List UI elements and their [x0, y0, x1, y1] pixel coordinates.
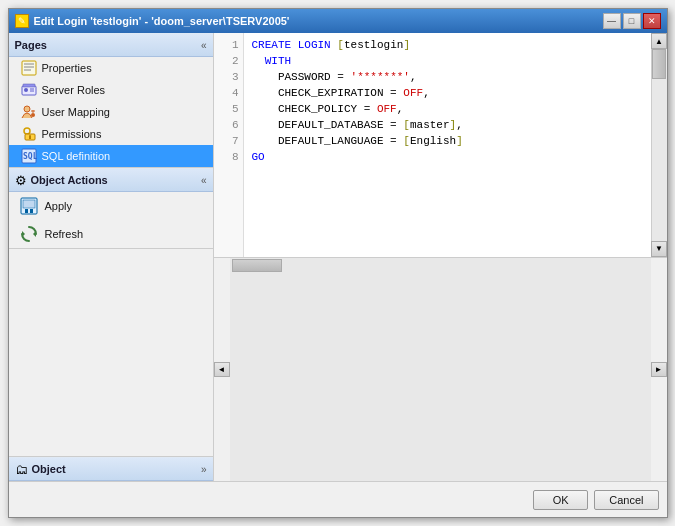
permissions-icon — [21, 126, 37, 142]
object-actions-header-left: ⚙ Object Actions — [15, 173, 108, 188]
svg-point-5 — [24, 88, 28, 92]
code-container: 1 2 3 4 5 6 7 8 CREATE LOGIN [testlogin]… — [214, 33, 667, 257]
line-numbers: 1 2 3 4 5 6 7 8 — [214, 33, 244, 257]
user-mapping-label: User Mapping — [42, 106, 110, 118]
object-section-title: Object — [32, 463, 66, 475]
scroll-track-h[interactable] — [230, 258, 651, 482]
scroll-thumb-v[interactable] — [652, 49, 666, 79]
scroll-down-button[interactable]: ▼ — [651, 241, 667, 257]
apply-label: Apply — [45, 200, 73, 212]
refresh-label: Refresh — [45, 228, 84, 240]
line-num-2: 2 — [214, 53, 243, 69]
scroll-left-button[interactable]: ◄ — [214, 362, 230, 377]
svg-rect-0 — [22, 61, 36, 75]
cancel-button[interactable]: Cancel — [594, 490, 658, 510]
properties-label: Properties — [42, 62, 92, 74]
scroll-track-v[interactable] — [652, 49, 667, 241]
line-num-4: 4 — [214, 85, 243, 101]
title-buttons: — □ ✕ — [603, 13, 661, 29]
main-content: Pages « Properties — [9, 33, 667, 481]
pages-section: Pages « Properties — [9, 33, 213, 168]
apply-icon — [19, 196, 39, 216]
object-actions-section: ⚙ Object Actions « Apply — [9, 168, 213, 249]
object-section-header-left: 🗂 Object — [15, 462, 66, 477]
svg-point-13 — [24, 128, 30, 134]
title-bar-left: ✎ Edit Login 'testlogin' - 'doom_server\… — [15, 14, 290, 28]
sidebar-item-permissions[interactable]: Permissions — [9, 123, 213, 145]
object-section: 🗂 Object » — [9, 456, 213, 481]
scroll-thumb-h[interactable] — [232, 259, 282, 272]
sidebar-item-server-roles[interactable]: Server Roles — [9, 79, 213, 101]
svg-rect-22 — [30, 209, 33, 213]
pages-section-title: Pages — [15, 39, 47, 51]
apply-action[interactable]: Apply — [9, 192, 213, 220]
code-editor[interactable]: CREATE LOGIN [testlogin] WITH PASSWORD =… — [244, 33, 651, 257]
line-num-8: 8 — [214, 149, 243, 165]
line-num-6: 6 — [214, 117, 243, 133]
horizontal-scrollbar[interactable]: ◄ ► — [214, 257, 667, 482]
close-button[interactable]: ✕ — [643, 13, 661, 29]
window-title: Edit Login 'testlogin' - 'doom_server\TS… — [34, 15, 290, 27]
editor-area: 1 2 3 4 5 6 7 8 CREATE LOGIN [testlogin]… — [214, 33, 667, 481]
pages-section-header[interactable]: Pages « — [9, 33, 213, 57]
sidebar: Pages « Properties — [9, 33, 214, 481]
object-icon: 🗂 — [15, 462, 28, 477]
code-text: CREATE LOGIN [testlogin] WITH PASSWORD =… — [252, 37, 643, 165]
permissions-label: Permissions — [42, 128, 102, 140]
svg-marker-24 — [22, 231, 25, 237]
svg-point-9 — [24, 106, 30, 112]
window-icon: ✎ — [15, 14, 29, 28]
minimize-button[interactable]: — — [603, 13, 621, 29]
sql-definition-label: SQL definition — [42, 150, 111, 162]
pages-chevron-icon: « — [201, 40, 207, 51]
vertical-scrollbar[interactable]: ▲ ▼ — [651, 33, 667, 257]
sidebar-item-sql-definition[interactable]: SQL SQL definition — [9, 145, 213, 167]
sidebar-item-user-mapping[interactable]: User Mapping — [9, 101, 213, 123]
svg-marker-23 — [33, 231, 36, 237]
pages-section-header-left: Pages — [15, 39, 47, 51]
user-mapping-icon — [21, 104, 37, 120]
svg-rect-8 — [23, 84, 35, 87]
scroll-up-button[interactable]: ▲ — [651, 33, 667, 49]
main-window: ✎ Edit Login 'testlogin' - 'doom_server\… — [8, 8, 668, 518]
gear-icon: ⚙ — [15, 173, 27, 188]
ok-button[interactable]: OK — [533, 490, 588, 510]
svg-rect-21 — [25, 209, 28, 213]
line-num-1: 1 — [214, 37, 243, 53]
maximize-button[interactable]: □ — [623, 13, 641, 29]
sql-definition-icon: SQL — [21, 148, 37, 164]
server-roles-icon — [21, 82, 37, 98]
scroll-right-button[interactable]: ► — [651, 362, 667, 377]
object-actions-header[interactable]: ⚙ Object Actions « — [9, 168, 213, 192]
footer: OK Cancel — [9, 481, 667, 517]
svg-text:SQL: SQL — [23, 152, 37, 161]
line-num-7: 7 — [214, 133, 243, 149]
refresh-action[interactable]: Refresh — [9, 220, 213, 248]
object-chevron-icon: » — [201, 464, 207, 475]
svg-point-16 — [29, 135, 31, 137]
object-actions-chevron-icon: « — [201, 175, 207, 186]
line-num-3: 3 — [214, 69, 243, 85]
refresh-icon — [19, 224, 39, 244]
line-num-5: 5 — [214, 101, 243, 117]
title-bar: ✎ Edit Login 'testlogin' - 'doom_server\… — [9, 9, 667, 33]
object-section-header[interactable]: 🗂 Object » — [9, 457, 213, 481]
server-roles-label: Server Roles — [42, 84, 106, 96]
svg-rect-20 — [23, 200, 35, 208]
object-actions-title: Object Actions — [31, 174, 108, 186]
svg-point-10 — [31, 113, 35, 117]
sidebar-item-properties[interactable]: Properties — [9, 57, 213, 79]
properties-icon — [21, 60, 37, 76]
